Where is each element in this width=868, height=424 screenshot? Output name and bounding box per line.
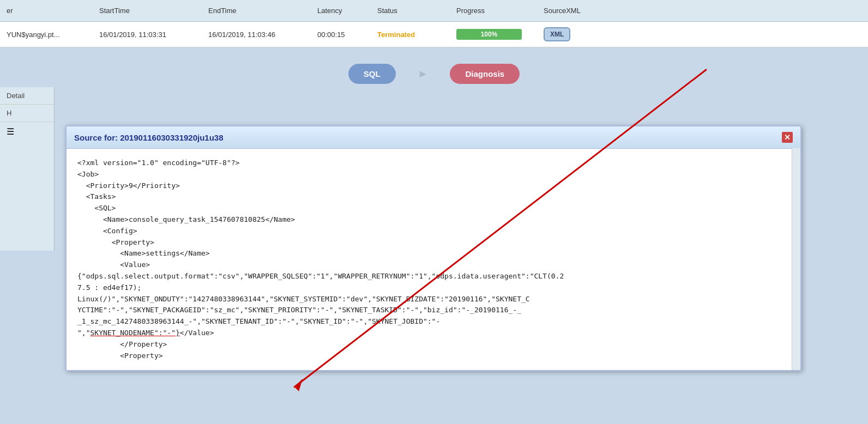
col-header-starttime: StartTime [93, 4, 202, 17]
cell-sourcexml: XML [537, 25, 624, 44]
dialog-title: Source for: 20190116030331920ju1u38 [74, 133, 224, 142]
cell-starttime: 16/01/2019, 11:03:31 [93, 28, 202, 41]
dialog-scrollbar[interactable] [792, 148, 800, 370]
sidebar-tab-detail[interactable]: Detail [0, 87, 54, 105]
tab-diagnosis[interactable]: Diagnosis [450, 64, 520, 84]
col-header-sourcexml: SourceXML [537, 4, 624, 17]
dialog-content[interactable]: <?xml version="1.0" encoding="UTF-8"?> <… [67, 149, 800, 370]
cell-progress: 100% [450, 27, 537, 42]
left-sidebar: Detail H ☰ [0, 87, 55, 251]
sidebar-tab-history[interactable]: H [0, 105, 54, 122]
cell-er: YUN$yangyi.pt... [0, 28, 93, 41]
table-row: YUN$yangyi.pt... 16/01/2019, 11:03:31 16… [0, 22, 868, 47]
col-header-endtime: EndTime [202, 4, 311, 17]
table-header: er StartTime EndTime Latency Status Prog… [0, 0, 868, 22]
dialog-close-button[interactable]: ✕ [782, 132, 793, 143]
col-header-latency: Latency [311, 4, 371, 17]
skynet-nodename-highlight: SKYNET_NODENAME":"-"} [90, 329, 179, 337]
status-badge: Terminated [377, 31, 415, 39]
cell-latency: 00:00:15 [311, 28, 371, 41]
dialog-titlebar: Source for: 20190116030331920ju1u38 ✕ [67, 126, 800, 149]
tab-sql[interactable]: SQL [348, 64, 396, 84]
table-area: er StartTime EndTime Latency Status Prog… [0, 0, 868, 47]
progress-bar-container: 100% [456, 29, 522, 40]
cell-endtime: 16/01/2019, 11:03:46 [202, 28, 311, 41]
svg-marker-1 [294, 379, 303, 391]
tabs-area: SQL ► Diagnosis [0, 47, 868, 89]
sidebar-document-icon[interactable]: ☰ [0, 122, 54, 141]
progress-bar-text: 100% [481, 31, 498, 38]
col-header-er: er [0, 4, 93, 17]
xml-button[interactable]: XML [544, 27, 570, 41]
col-header-status: Status [371, 4, 450, 17]
tab-arrow-icon: ► [418, 68, 429, 80]
cell-status: Terminated [371, 28, 450, 41]
col-header-progress: Progress [450, 4, 537, 17]
xml-source-text: <?xml version="1.0" encoding="UTF-8"?> <… [77, 158, 789, 361]
source-xml-dialog: Source for: 20190116030331920ju1u38 ✕ <?… [65, 125, 801, 371]
